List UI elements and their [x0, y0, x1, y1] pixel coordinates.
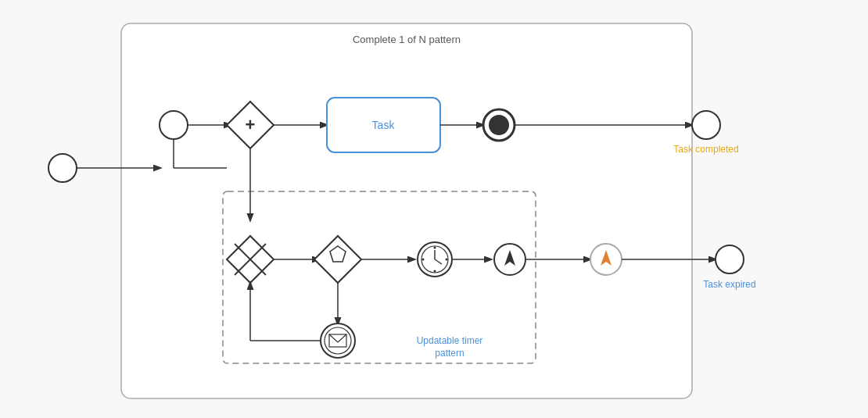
- svg-text:Complete 1 of N pattern: Complete 1 of N pattern: [353, 34, 461, 45]
- svg-text:Task expired: Task expired: [703, 279, 755, 290]
- svg-text:Task completed: Task completed: [673, 144, 738, 155]
- svg-rect-18: [223, 191, 536, 363]
- svg-point-32: [434, 270, 436, 273]
- svg-text:Updatable timer: Updatable timer: [417, 335, 483, 346]
- svg-text:+: +: [246, 115, 256, 134]
- svg-point-33: [422, 259, 425, 261]
- svg-point-34: [446, 259, 448, 261]
- svg-point-5: [160, 111, 188, 139]
- svg-point-14: [489, 115, 509, 135]
- diagram-canvas: Complete 1 of N pattern + Task Task comp…: [0, 0, 868, 418]
- svg-text:pattern: pattern: [435, 348, 464, 359]
- svg-text:Task: Task: [372, 119, 396, 131]
- svg-point-31: [434, 247, 436, 249]
- svg-point-16: [692, 111, 720, 139]
- svg-point-42: [716, 245, 744, 273]
- svg-point-3: [48, 154, 77, 182]
